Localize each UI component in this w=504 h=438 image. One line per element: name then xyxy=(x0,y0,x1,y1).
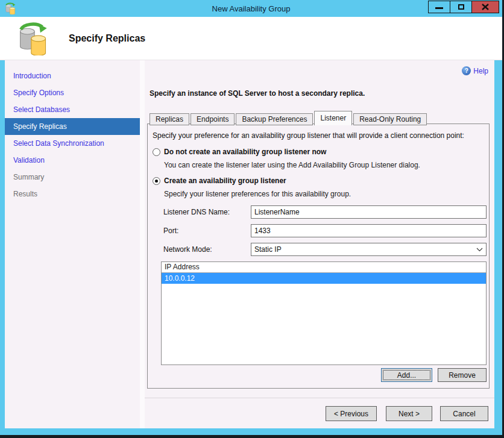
sidebar-item-summary: Summary xyxy=(5,169,140,186)
page-title: Specify Replicas xyxy=(69,33,145,44)
wizard-header: Specify Replicas xyxy=(0,17,502,60)
listener-tab-page: Specify your preference for an availabil… xyxy=(147,124,490,389)
port-label: Port: xyxy=(163,227,251,235)
previous-button[interactable]: < Previous xyxy=(326,406,377,421)
sidebar-item-select-data-synchronization[interactable]: Select Data Synchronization xyxy=(5,135,140,152)
dns-name-row: Listener DNS Name: xyxy=(163,205,487,219)
listener-intro-text: Specify your preference for an availabil… xyxy=(153,131,487,140)
remove-button[interactable]: Remove xyxy=(438,368,487,382)
app-database-replicas-icon xyxy=(4,2,16,14)
minimize-icon xyxy=(435,7,443,9)
chevron-down-icon xyxy=(476,248,483,252)
port-row: Port: xyxy=(163,224,487,237)
help-link[interactable]: ? Help xyxy=(462,66,488,75)
tab-replicas[interactable]: Replicas xyxy=(150,113,189,125)
dialog-window: New Availability Group Specify Replicas xyxy=(0,0,504,438)
sidebar-item-specify-replicas[interactable]: Specify Replicas xyxy=(5,118,140,135)
instruction-heading: Specify an instance of SQL Server to hos… xyxy=(150,89,365,98)
radio-create-listener-description: Specify your listener preferences for th… xyxy=(164,190,487,198)
dns-name-input[interactable] xyxy=(251,205,487,219)
tab-backup-preferences[interactable]: Backup Preferences xyxy=(236,113,313,125)
radio-create-listener-label: Create an availability group listener xyxy=(164,177,286,185)
radio-no-listener[interactable]: Do not create an availability group list… xyxy=(153,148,487,156)
main-panel: ? Help Specify an instance of SQL Server… xyxy=(145,60,494,428)
replica-tabs: Replicas Endpoints Backup Preferences Li… xyxy=(150,111,428,125)
database-replicas-sync-icon xyxy=(17,22,48,55)
window-title: New Availability Group xyxy=(0,4,502,13)
help-label: Help xyxy=(473,67,488,75)
network-mode-row: Network Mode: Static IP xyxy=(163,243,487,256)
titlebar: New Availability Group xyxy=(0,0,502,17)
sidebar-item-results: Results xyxy=(5,186,140,202)
next-button[interactable]: Next > xyxy=(386,406,432,421)
maximize-button[interactable] xyxy=(450,1,472,13)
radio-no-listener-description: You can create the listener later using … xyxy=(164,161,487,169)
dns-name-label: Listener DNS Name: xyxy=(163,208,251,216)
minimize-button[interactable] xyxy=(428,1,450,13)
ip-address-column-header: IP Address xyxy=(162,262,486,273)
sidebar-item-validation[interactable]: Validation xyxy=(5,152,140,169)
maximize-icon xyxy=(458,4,464,10)
radio-no-listener-label: Do not create an availability group list… xyxy=(164,148,326,156)
wizard-footer: < Previous Next > Cancel xyxy=(145,398,494,429)
close-icon xyxy=(482,4,489,10)
dialog-body: Introduction Specify Options Select Data… xyxy=(0,60,502,428)
sidebar-item-specify-options[interactable]: Specify Options xyxy=(5,84,140,101)
network-mode-dropdown[interactable]: Static IP xyxy=(251,243,487,256)
ip-address-row[interactable]: 10.0.0.12 xyxy=(162,273,486,284)
radio-create-listener[interactable]: Create an availability group listener xyxy=(153,177,487,185)
close-button[interactable] xyxy=(471,1,499,13)
network-mode-label: Network Mode: xyxy=(163,245,251,254)
window-controls xyxy=(429,1,499,13)
sidebar-divider xyxy=(140,60,145,428)
wizard-steps-sidebar: Introduction Specify Options Select Data… xyxy=(5,60,140,428)
help-icon: ? xyxy=(462,66,471,75)
window-frame-bottom xyxy=(0,428,502,434)
radio-create-listener-icon[interactable] xyxy=(153,177,160,185)
ip-list-actions: Add... Remove xyxy=(153,368,487,382)
add-button[interactable]: Add... xyxy=(381,368,432,382)
tab-listener[interactable]: Listener xyxy=(314,111,352,125)
ip-address-list: IP Address 10.0.0.12 xyxy=(161,261,487,365)
sidebar-item-introduction[interactable]: Introduction xyxy=(5,67,140,84)
network-mode-value: Static IP xyxy=(254,245,282,254)
tab-endpoints[interactable]: Endpoints xyxy=(191,113,235,125)
tab-read-only-routing[interactable]: Read-Only Routing xyxy=(353,113,427,125)
port-input[interactable] xyxy=(251,224,487,237)
sidebar-item-select-databases[interactable]: Select Databases xyxy=(5,101,140,118)
cancel-button[interactable]: Cancel xyxy=(440,406,488,421)
radio-no-listener-icon[interactable] xyxy=(153,148,160,156)
